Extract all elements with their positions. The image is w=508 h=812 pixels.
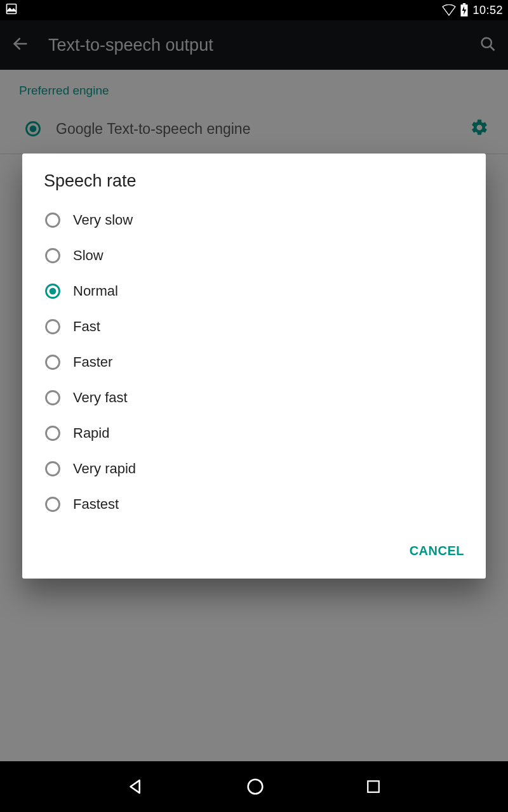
speech-rate-option[interactable]: Very rapid	[22, 451, 486, 487]
radio-unselected-icon	[44, 353, 62, 371]
cancel-button[interactable]: CANCEL	[402, 537, 472, 565]
wifi-icon	[442, 4, 456, 16]
speech-rate-option[interactable]: Rapid	[22, 416, 486, 451]
radio-unselected-icon	[44, 460, 62, 478]
svg-rect-2	[463, 3, 465, 4]
speech-rate-option[interactable]: Slow	[22, 238, 486, 273]
svg-point-8	[46, 214, 60, 227]
svg-rect-0	[7, 4, 17, 13]
nav-back-icon[interactable]	[125, 776, 147, 797]
svg-point-12	[46, 320, 60, 334]
option-label: Very rapid	[73, 461, 136, 477]
speech-rate-option[interactable]: Fastest	[22, 487, 486, 522]
battery-charging-icon	[460, 3, 469, 17]
option-label: Rapid	[73, 425, 109, 442]
svg-point-18	[248, 780, 263, 794]
picture-icon	[5, 3, 18, 18]
radio-unselected-icon	[44, 424, 62, 442]
svg-point-9	[46, 249, 60, 263]
svg-point-15	[46, 427, 60, 440]
svg-rect-19	[368, 781, 379, 792]
option-label: Very slow	[73, 212, 133, 228]
radio-unselected-icon	[44, 247, 62, 265]
radio-unselected-icon	[44, 318, 62, 336]
radio-selected-icon	[44, 282, 62, 300]
navigation-bar	[0, 761, 508, 812]
speech-rate-option[interactable]: Very slow	[22, 202, 486, 238]
svg-point-11	[50, 288, 57, 295]
speech-rate-option[interactable]: Very fast	[22, 380, 486, 416]
nav-recent-icon[interactable]	[364, 777, 383, 796]
option-label: Faster	[73, 354, 112, 370]
svg-point-16	[46, 462, 60, 476]
svg-point-14	[46, 391, 60, 405]
speech-rate-option[interactable]: Faster	[22, 344, 486, 380]
svg-point-17	[46, 498, 60, 511]
radio-unselected-icon	[44, 389, 62, 407]
option-label: Fastest	[73, 496, 119, 513]
speech-rate-dialog: Speech rate Very slowSlowNormalFastFaste…	[22, 154, 486, 579]
svg-point-13	[46, 356, 60, 369]
speech-rate-option[interactable]: Fast	[22, 309, 486, 344]
radio-unselected-icon	[44, 495, 62, 513]
speech-rate-option[interactable]: Normal	[22, 273, 486, 309]
dialog-title: Speech rate	[22, 154, 486, 199]
option-label: Normal	[73, 283, 118, 299]
option-label: Very fast	[73, 390, 128, 406]
status-clock: 10:52	[472, 4, 503, 17]
nav-home-icon[interactable]	[244, 776, 266, 797]
radio-unselected-icon	[44, 211, 62, 229]
option-label: Fast	[73, 318, 100, 335]
status-bar: 10:52	[0, 0, 508, 20]
option-label: Slow	[73, 247, 104, 264]
